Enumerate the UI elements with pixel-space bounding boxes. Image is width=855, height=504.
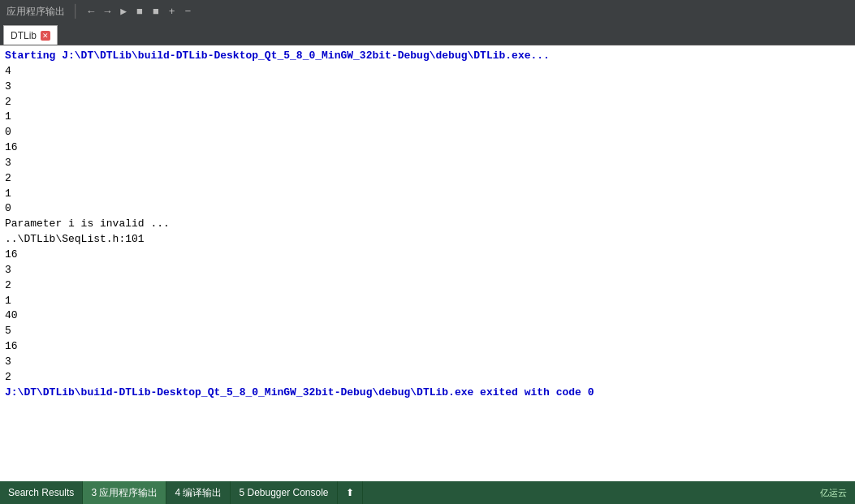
output-line: 40 (5, 308, 850, 324)
status-search-label: Search Results (8, 487, 74, 498)
toolbar-add-btn[interactable]: + (166, 6, 178, 17)
toolbar-back-btn[interactable]: ← (86, 6, 97, 17)
output-line: ..\DTLib\SeqList.h:101 (5, 232, 850, 248)
output-line: 2 (5, 95, 850, 110)
tab-label: DTLib (11, 30, 37, 41)
output-line: 3 (5, 263, 850, 278)
status-search-results[interactable]: Search Results (0, 481, 83, 504)
output-line: J:\DT\DTLib\build-DTLib-Desktop_Qt_5_8_0… (5, 386, 850, 401)
status-app-number: 3 (91, 487, 97, 498)
toolbar-stop2-btn[interactable]: ■ (150, 6, 162, 17)
status-bar-left: Search Results 3 应用程序输出 4 编译输出 5 Debugge… (0, 481, 363, 504)
output-line: 3 (5, 80, 850, 95)
output-line: 16 (5, 140, 850, 156)
yiyun-branding: 亿运云 (820, 487, 847, 499)
output-line: 5 (5, 324, 850, 339)
output-line: 0 (5, 125, 850, 140)
output-line: 16 (5, 248, 850, 263)
toolbar: 应用程序输出 │ ← → ▶ ■ ■ + − (0, 0, 855, 23)
status-debugger-number: 5 (239, 487, 244, 498)
output-line: 2 (5, 370, 850, 386)
status-debugger-console[interactable]: 5 Debugger Console (231, 481, 337, 504)
toolbar-stop-btn[interactable]: ■ (134, 6, 145, 17)
status-bar-right: 亿运云 (820, 487, 855, 499)
status-app-label: 应用程序输出 (97, 486, 158, 500)
up-arrow-icon: ⬆ (346, 487, 354, 498)
output-line: 1 (5, 110, 850, 125)
output-line: 0 (5, 201, 850, 217)
output-area[interactable]: Starting J:\DT\DTLib\build-DTLib-Desktop… (0, 45, 855, 481)
output-line: 4 (5, 64, 850, 80)
output-line: 3 (5, 355, 850, 370)
tab-dtlib[interactable]: DTLib ✕ (3, 25, 58, 45)
toolbar-minus-btn[interactable]: − (183, 6, 194, 17)
output-line: 2 (5, 171, 850, 187)
status-debugger-label: Debugger Console (244, 487, 328, 498)
output-line: 16 (5, 339, 850, 355)
tab-close-btn[interactable]: ✕ (41, 31, 50, 41)
status-arrow-btn[interactable]: ⬆ (338, 481, 363, 504)
output-line: 3 (5, 156, 850, 171)
status-compile-number: 4 (175, 487, 180, 498)
status-app-output[interactable]: 3 应用程序输出 (83, 481, 166, 504)
toolbar-forward-btn[interactable]: → (101, 6, 113, 17)
toolbar-separator: │ (71, 4, 80, 19)
output-line: 2 (5, 278, 850, 294)
toolbar-title: 应用程序输出 (6, 5, 65, 19)
output-line: 1 (5, 294, 850, 309)
status-compile-label: 编译输出 (180, 486, 222, 500)
output-line: Starting J:\DT\DTLib\build-DTLib-Desktop… (5, 49, 850, 64)
output-line: 1 (5, 187, 850, 202)
tab-bar: DTLib ✕ (0, 23, 855, 45)
output-line: Parameter i is invalid ... (5, 217, 850, 232)
status-compile-output[interactable]: 4 编译输出 (166, 481, 231, 504)
toolbar-run-btn[interactable]: ▶ (118, 6, 129, 17)
status-bar: Search Results 3 应用程序输出 4 编译输出 5 Debugge… (0, 481, 855, 504)
